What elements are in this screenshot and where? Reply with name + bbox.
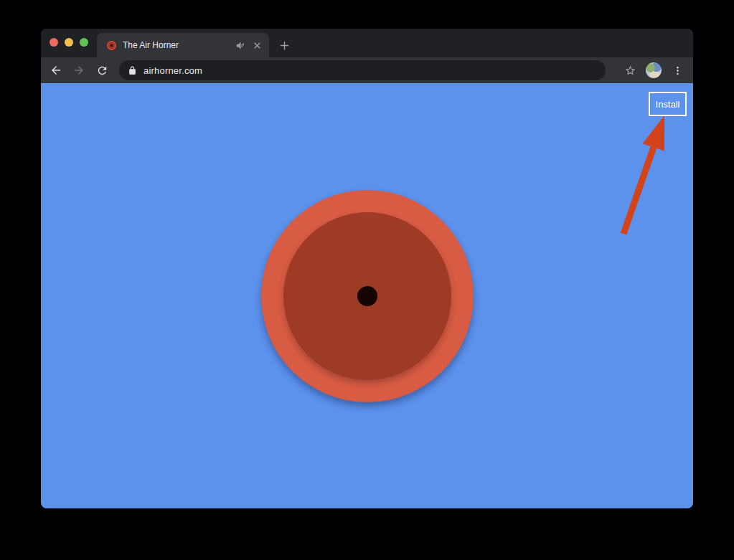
desktop: { "browser": { "tab": { "title": "The Ai…	[0, 0, 734, 560]
plus-icon	[279, 40, 290, 51]
page-content: Install	[41, 83, 693, 508]
forward-button[interactable]	[70, 62, 88, 79]
arrow-right-icon	[72, 64, 85, 77]
url-text: airhorner.com	[143, 65, 202, 76]
star-icon	[624, 65, 636, 77]
refresh-icon	[96, 65, 108, 77]
air-horn-inner-ring	[283, 212, 451, 380]
new-tab-button[interactable]	[275, 36, 293, 54]
window-controls	[50, 38, 88, 47]
kebab-menu-icon	[672, 65, 683, 76]
reload-button[interactable]	[93, 62, 110, 79]
bookmark-star-button[interactable]	[621, 62, 639, 79]
back-button[interactable]	[47, 62, 65, 79]
air-horn-favicon-icon	[107, 41, 116, 50]
zoom-window-button[interactable]	[80, 38, 88, 47]
tab-close-icon[interactable]	[250, 39, 263, 52]
install-button[interactable]: Install	[649, 92, 687, 116]
lock-icon[interactable]	[128, 66, 137, 75]
address-bar[interactable]: airhorner.com	[119, 60, 606, 80]
tab-air-horner[interactable]: The Air Horner	[97, 33, 269, 57]
air-horn[interactable]	[261, 190, 474, 402]
speaker-icon[interactable]	[234, 39, 247, 52]
browser-menu-button[interactable]	[669, 62, 686, 79]
close-window-button[interactable]	[50, 38, 58, 47]
tab-title: The Air Horner	[123, 40, 234, 50]
air-horn-center-dot	[357, 286, 377, 306]
arrow-left-icon	[50, 64, 62, 77]
profile-avatar[interactable]	[646, 62, 662, 78]
minimize-window-button[interactable]	[65, 38, 73, 47]
browser-window: The Air Horner	[41, 29, 693, 508]
tab-strip: The Air Horner	[41, 29, 693, 57]
toolbar: airhorner.com	[41, 57, 693, 83]
